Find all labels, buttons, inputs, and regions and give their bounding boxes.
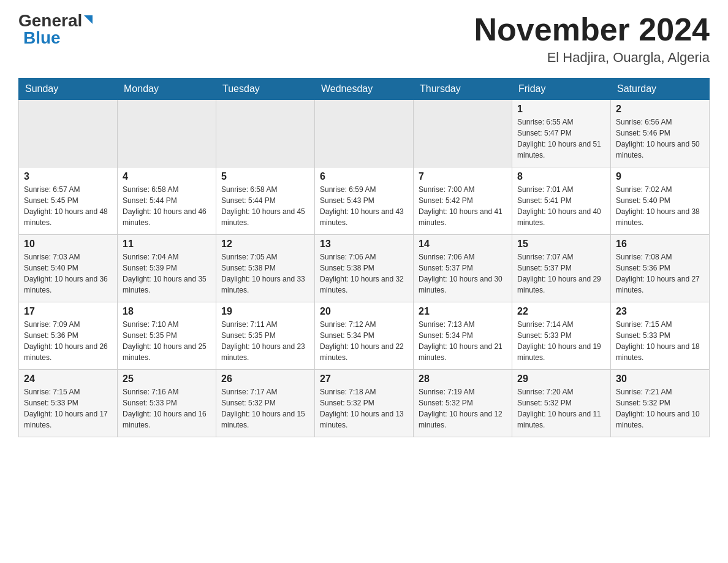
day-number: 4 <box>123 171 211 182</box>
calendar-day-cell <box>19 100 118 167</box>
day-info: Sunrise: 7:10 AMSunset: 5:35 PMDaylight:… <box>123 319 211 363</box>
day-number: 15 <box>517 239 605 250</box>
day-number: 2 <box>616 104 704 115</box>
calendar-table: SundayMondayTuesdayWednesdayThursdayFrid… <box>18 78 710 437</box>
calendar-day-cell <box>216 100 315 167</box>
calendar-day-header: Tuesday <box>216 79 315 100</box>
calendar-day-header: Wednesday <box>315 79 414 100</box>
day-info: Sunrise: 7:02 AMSunset: 5:40 PMDaylight:… <box>616 184 704 228</box>
calendar-day-cell: 28Sunrise: 7:19 AMSunset: 5:32 PMDayligh… <box>414 370 512 437</box>
day-info: Sunrise: 6:58 AMSunset: 5:44 PMDaylight:… <box>123 184 211 228</box>
calendar-day-cell <box>315 100 414 167</box>
day-info: Sunrise: 7:09 AMSunset: 5:36 PMDaylight:… <box>24 319 112 363</box>
day-number: 14 <box>419 239 507 250</box>
calendar-week-row: 1Sunrise: 6:55 AMSunset: 5:47 PMDaylight… <box>19 100 710 167</box>
calendar-title: November 2024 <box>474 12 710 47</box>
logo-blue-text: Blue <box>23 29 61 47</box>
calendar-day-cell: 30Sunrise: 7:21 AMSunset: 5:32 PMDayligh… <box>611 370 710 437</box>
day-number: 19 <box>221 306 309 317</box>
day-info: Sunrise: 7:03 AMSunset: 5:40 PMDaylight:… <box>24 251 112 296</box>
day-number: 6 <box>320 171 408 182</box>
day-number: 27 <box>320 373 408 385</box>
page-header: General Blue November 2024 El Hadjira, O… <box>18 12 710 66</box>
day-number: 25 <box>123 373 211 385</box>
calendar-header-row: SundayMondayTuesdayWednesdayThursdayFrid… <box>19 79 710 100</box>
calendar-day-cell: 13Sunrise: 7:06 AMSunset: 5:38 PMDayligh… <box>315 235 414 302</box>
calendar-day-cell: 29Sunrise: 7:20 AMSunset: 5:32 PMDayligh… <box>512 370 611 437</box>
day-number: 30 <box>616 373 704 385</box>
calendar-day-cell: 6Sunrise: 6:59 AMSunset: 5:43 PMDaylight… <box>315 167 414 235</box>
day-number: 17 <box>24 306 112 317</box>
calendar-day-cell: 9Sunrise: 7:02 AMSunset: 5:40 PMDaylight… <box>611 167 710 235</box>
day-info: Sunrise: 6:57 AMSunset: 5:45 PMDaylight:… <box>24 184 112 228</box>
calendar-day-cell: 16Sunrise: 7:08 AMSunset: 5:36 PMDayligh… <box>611 235 710 302</box>
logo: General Blue <box>18 12 93 47</box>
logo-general-text: General <box>18 12 82 29</box>
calendar-day-cell: 5Sunrise: 6:58 AMSunset: 5:44 PMDaylight… <box>216 167 315 235</box>
day-info: Sunrise: 7:20 AMSunset: 5:32 PMDaylight:… <box>517 386 605 431</box>
day-info: Sunrise: 7:06 AMSunset: 5:38 PMDaylight:… <box>320 251 408 296</box>
calendar-day-cell: 2Sunrise: 6:56 AMSunset: 5:46 PMDaylight… <box>611 100 710 167</box>
day-number: 10 <box>24 239 112 250</box>
calendar-day-cell: 3Sunrise: 6:57 AMSunset: 5:45 PMDaylight… <box>19 167 118 235</box>
calendar-day-cell: 11Sunrise: 7:04 AMSunset: 5:39 PMDayligh… <box>118 235 216 302</box>
calendar-day-header: Friday <box>512 79 611 100</box>
day-number: 9 <box>616 171 704 182</box>
day-number: 24 <box>24 373 112 385</box>
calendar-day-cell: 4Sunrise: 6:58 AMSunset: 5:44 PMDaylight… <box>118 167 216 235</box>
calendar-day-cell: 1Sunrise: 6:55 AMSunset: 5:47 PMDaylight… <box>512 100 611 167</box>
day-info: Sunrise: 6:58 AMSunset: 5:44 PMDaylight:… <box>221 184 309 228</box>
calendar-day-cell: 15Sunrise: 7:07 AMSunset: 5:37 PMDayligh… <box>512 235 611 302</box>
day-number: 23 <box>616 306 704 317</box>
calendar-day-cell: 22Sunrise: 7:14 AMSunset: 5:33 PMDayligh… <box>512 302 611 370</box>
calendar-day-cell: 20Sunrise: 7:12 AMSunset: 5:34 PMDayligh… <box>315 302 414 370</box>
day-number: 26 <box>221 373 309 385</box>
day-number: 29 <box>517 373 605 385</box>
day-info: Sunrise: 7:11 AMSunset: 5:35 PMDaylight:… <box>221 319 309 363</box>
calendar-day-cell: 24Sunrise: 7:15 AMSunset: 5:33 PMDayligh… <box>19 370 118 437</box>
calendar-day-cell <box>414 100 512 167</box>
calendar-day-header: Sunday <box>19 79 118 100</box>
calendar-week-row: 17Sunrise: 7:09 AMSunset: 5:36 PMDayligh… <box>19 302 710 370</box>
day-number: 13 <box>320 239 408 250</box>
day-info: Sunrise: 7:01 AMSunset: 5:41 PMDaylight:… <box>517 184 605 228</box>
calendar-day-cell: 12Sunrise: 7:05 AMSunset: 5:38 PMDayligh… <box>216 235 315 302</box>
calendar-week-row: 24Sunrise: 7:15 AMSunset: 5:33 PMDayligh… <box>19 370 710 437</box>
day-number: 1 <box>517 104 605 115</box>
day-number: 21 <box>419 306 507 317</box>
day-number: 16 <box>616 239 704 250</box>
day-info: Sunrise: 6:59 AMSunset: 5:43 PMDaylight:… <box>320 184 408 228</box>
calendar-day-cell: 8Sunrise: 7:01 AMSunset: 5:41 PMDaylight… <box>512 167 611 235</box>
day-info: Sunrise: 7:16 AMSunset: 5:33 PMDaylight:… <box>123 386 211 431</box>
day-number: 3 <box>24 171 112 182</box>
day-info: Sunrise: 7:19 AMSunset: 5:32 PMDaylight:… <box>419 386 507 431</box>
calendar-day-cell: 10Sunrise: 7:03 AMSunset: 5:40 PMDayligh… <box>19 235 118 302</box>
day-number: 28 <box>419 373 507 385</box>
day-number: 18 <box>123 306 211 317</box>
day-info: Sunrise: 7:18 AMSunset: 5:32 PMDaylight:… <box>320 386 408 431</box>
day-info: Sunrise: 7:12 AMSunset: 5:34 PMDaylight:… <box>320 319 408 363</box>
calendar-day-cell: 21Sunrise: 7:13 AMSunset: 5:34 PMDayligh… <box>414 302 512 370</box>
day-number: 7 <box>419 171 507 182</box>
day-info: Sunrise: 7:04 AMSunset: 5:39 PMDaylight:… <box>123 251 211 296</box>
day-info: Sunrise: 7:00 AMSunset: 5:42 PMDaylight:… <box>419 184 507 228</box>
day-info: Sunrise: 7:21 AMSunset: 5:32 PMDaylight:… <box>616 386 704 431</box>
calendar-week-row: 3Sunrise: 6:57 AMSunset: 5:45 PMDaylight… <box>19 167 710 235</box>
calendar-day-cell <box>118 100 216 167</box>
calendar-day-header: Monday <box>118 79 216 100</box>
day-number: 20 <box>320 306 408 317</box>
day-info: Sunrise: 7:17 AMSunset: 5:32 PMDaylight:… <box>221 386 309 431</box>
day-info: Sunrise: 7:05 AMSunset: 5:38 PMDaylight:… <box>221 251 309 296</box>
calendar-day-cell: 26Sunrise: 7:17 AMSunset: 5:32 PMDayligh… <box>216 370 315 437</box>
day-info: Sunrise: 7:07 AMSunset: 5:37 PMDaylight:… <box>517 251 605 296</box>
calendar-day-cell: 14Sunrise: 7:06 AMSunset: 5:37 PMDayligh… <box>414 235 512 302</box>
calendar-day-header: Thursday <box>414 79 512 100</box>
day-info: Sunrise: 7:15 AMSunset: 5:33 PMDaylight:… <box>24 386 112 431</box>
day-info: Sunrise: 7:08 AMSunset: 5:36 PMDaylight:… <box>616 251 704 296</box>
day-number: 5 <box>221 171 309 182</box>
calendar-day-header: Saturday <box>611 79 710 100</box>
day-number: 12 <box>221 239 309 250</box>
calendar-week-row: 10Sunrise: 7:03 AMSunset: 5:40 PMDayligh… <box>19 235 710 302</box>
day-number: 22 <box>517 306 605 317</box>
calendar-day-cell: 17Sunrise: 7:09 AMSunset: 5:36 PMDayligh… <box>19 302 118 370</box>
